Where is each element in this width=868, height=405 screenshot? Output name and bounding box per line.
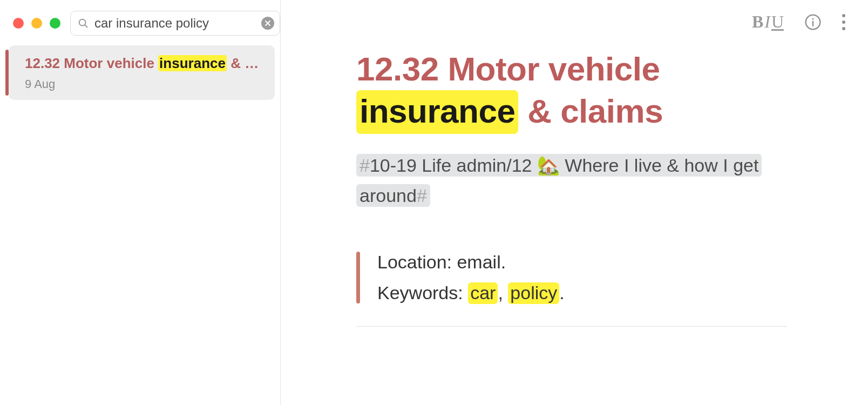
search-input[interactable] bbox=[94, 16, 256, 31]
italic-button[interactable]: I bbox=[764, 12, 770, 32]
quote-bar bbox=[356, 252, 360, 303]
search-result-item[interactable]: 12.32 Motor vehicle insurance & c... 9 A… bbox=[9, 45, 275, 100]
svg-line-1 bbox=[85, 25, 87, 27]
sidebar-header bbox=[0, 11, 280, 45]
location-label: Location: bbox=[377, 252, 457, 272]
minimize-window-button[interactable] bbox=[31, 18, 42, 29]
info-icon bbox=[804, 14, 822, 31]
result-title-pre: 12.32 Motor vehicle bbox=[25, 55, 158, 71]
keyword-separator: , bbox=[498, 282, 508, 303]
result-title: 12.32 Motor vehicle insurance & c... bbox=[25, 55, 263, 72]
note-title-post: & claims bbox=[518, 92, 663, 130]
svg-point-6 bbox=[812, 18, 814, 19]
result-title-post: & c... bbox=[227, 55, 263, 71]
kebab-dot-icon bbox=[842, 27, 845, 30]
search-box[interactable] bbox=[70, 11, 280, 36]
bold-button[interactable]: B bbox=[752, 12, 763, 32]
search-results: 12.32 Motor vehicle insurance & c... 9 A… bbox=[0, 45, 280, 100]
zoom-window-button[interactable] bbox=[50, 18, 60, 29]
toolbar: B I U bbox=[281, 0, 868, 32]
text-format-group[interactable]: B I U bbox=[752, 12, 784, 32]
note-title[interactable]: 12.32 Motor vehicle insurance & claims bbox=[356, 48, 787, 134]
more-menu-button[interactable] bbox=[842, 14, 845, 30]
close-icon bbox=[265, 20, 271, 26]
result-title-highlight: insurance bbox=[158, 55, 227, 71]
info-button[interactable] bbox=[804, 14, 822, 31]
location-value: email. bbox=[457, 252, 506, 272]
window-controls bbox=[13, 18, 60, 29]
clear-search-button[interactable] bbox=[261, 17, 274, 30]
keyword-end: . bbox=[559, 282, 564, 303]
note-title-pre: 12.32 Motor vehicle bbox=[356, 50, 660, 87]
result-date: 9 Aug bbox=[25, 77, 263, 91]
kebab-dot-icon bbox=[842, 14, 845, 17]
note-content: 12.32 Motor vehicle insurance & claims #… bbox=[281, 32, 868, 303]
sidebar: 12.32 Motor vehicle insurance & c... 9 A… bbox=[0, 0, 281, 405]
breadcrumb-hash-close: # bbox=[417, 185, 427, 206]
keyword-highlight: policy bbox=[508, 282, 559, 304]
main-pane: B I U 12.32 Motor vehicle insurance & cl… bbox=[281, 0, 868, 405]
note-breadcrumb[interactable]: #10-19 Life admin/12 🏡 Where I live & ho… bbox=[356, 150, 787, 211]
close-window-button[interactable] bbox=[13, 18, 24, 29]
note-meta-lines[interactable]: Location: email. Keywords: car, policy. bbox=[377, 252, 565, 303]
underline-button[interactable]: U bbox=[771, 12, 784, 32]
section-divider bbox=[356, 326, 787, 327]
note-meta-block: Location: email. Keywords: car, policy. bbox=[356, 252, 787, 303]
keyword-highlight: car bbox=[468, 282, 498, 304]
breadcrumb-hash-open: # bbox=[360, 155, 370, 176]
keywords-label: Keywords: bbox=[377, 282, 468, 303]
keywords-line: Keywords: car, policy. bbox=[377, 282, 565, 303]
kebab-dot-icon bbox=[842, 21, 845, 24]
search-icon bbox=[77, 17, 89, 29]
note-title-highlight: insurance bbox=[356, 90, 518, 134]
location-line: Location: email. bbox=[377, 252, 565, 273]
